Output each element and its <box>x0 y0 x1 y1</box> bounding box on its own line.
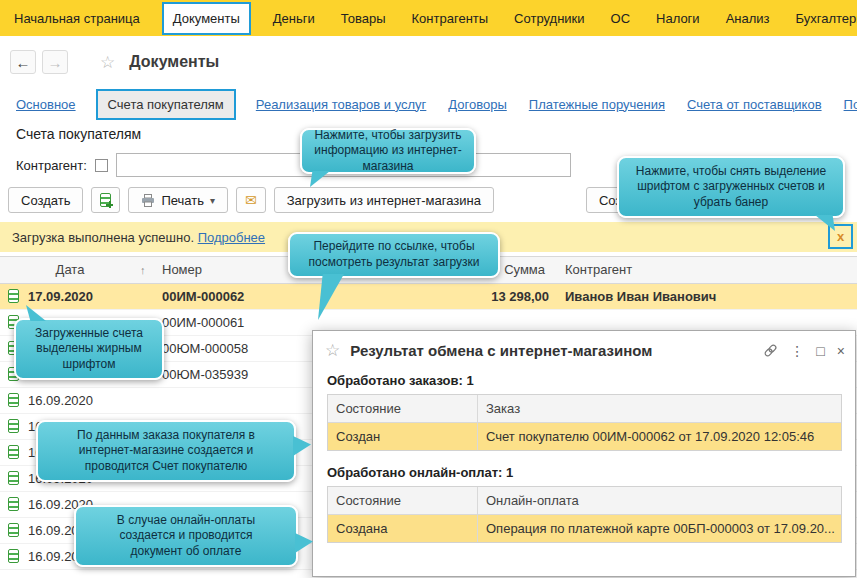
callout-text: Нажмите, чтобы снять выделение шрифтом с… <box>636 164 826 211</box>
callout-text: Перейдите по ссылке, чтобы посмотреть ре… <box>308 239 479 270</box>
chevron-down-icon: ▾ <box>210 195 215 206</box>
close-icon[interactable]: × <box>837 343 845 359</box>
details-link[interactable]: Подробнее <box>198 230 265 245</box>
menu-item-taxes[interactable]: Налоги <box>654 4 702 33</box>
document-icon <box>8 497 19 511</box>
column-header-number[interactable]: Номер <box>162 257 202 283</box>
document-icon <box>8 289 19 303</box>
orders-table-header: Состояние Заказ <box>328 395 841 423</box>
tabs-row: Основное Счета покупателям Реализация то… <box>0 88 857 120</box>
contractor-filter-checkbox[interactable] <box>95 159 108 172</box>
cell-contractor: Иванов Иван Иванович <box>565 284 849 309</box>
tab-customer-invoices[interactable]: Счета покупателям <box>98 91 234 118</box>
document-icon <box>8 445 19 459</box>
callout-details-link: Перейдите по ссылке, чтобы посмотреть ре… <box>288 232 500 278</box>
callout-bold-rows: Загруженные счета выделены жирным шрифто… <box>14 318 164 380</box>
callout-order-created: По данным заказа покупателя в интернет-м… <box>36 420 296 482</box>
menu-item-documents[interactable]: Документы <box>164 4 249 33</box>
dialog-title: Результат обмена с интернет-магазином <box>350 342 751 359</box>
maximize-icon[interactable]: □ <box>816 343 824 359</box>
payments-table: Состояние Онлайн-оплата Создана Операция… <box>327 486 842 543</box>
dialog-header: ☆ Результат обмена с интернет-магазином … <box>313 331 855 367</box>
tab-main[interactable]: Основное <box>16 97 76 112</box>
load-from-online-store-button[interactable]: Загрузить из интернет-магазина <box>274 187 494 213</box>
table-row[interactable]: 17.09.2020 00ИМ-000062 13 298,00 Иванов … <box>0 284 857 310</box>
document-icon <box>8 523 19 537</box>
payment-result-row[interactable]: Создана Операция по платежной карте 00БП… <box>328 515 841 542</box>
print-button[interactable]: Печать ▾ <box>128 187 228 213</box>
callout-load-from-store: Нажмите, чтобы загрузить информацию из и… <box>300 128 476 174</box>
create-button[interactable]: Создать <box>8 187 83 213</box>
column-header-payment: Онлайн-оплата <box>478 487 841 515</box>
order-result-row[interactable]: Создан Счет покупателю 00ИМ-000062 от 17… <box>328 423 841 450</box>
tab-post[interactable]: Пост <box>844 97 857 112</box>
exchange-result-dialog: ☆ Результат обмена с интернет-магазином … <box>312 330 856 577</box>
column-header-state: Состояние <box>328 395 478 423</box>
cell-state: Создана <box>328 515 478 542</box>
callout-clear-highlight: Нажмите, чтобы снять выделение шрифтом с… <box>617 156 845 218</box>
column-header-order: Заказ <box>478 395 841 423</box>
favorite-star-icon[interactable]: ☆ <box>100 52 115 73</box>
menu-item-contractors[interactable]: Контрагенты <box>410 4 491 33</box>
callout-payment-created: В случае онлайн-оплаты создается и прово… <box>74 505 298 567</box>
callout-text: Нажмите, чтобы загрузить информацию из и… <box>310 128 466 175</box>
printer-icon <box>141 194 155 207</box>
callout-text: Загруженные счета выделены жирным шрифто… <box>35 326 143 373</box>
column-header-state: Состояние <box>328 487 478 515</box>
forward-button[interactable]: → <box>42 50 68 74</box>
cell-date: 16.09.2020 <box>28 388 150 413</box>
menu-item-home[interactable]: Начальная страница <box>12 4 142 33</box>
callout-text: По данным заказа покупателя в интернет-м… <box>77 428 255 475</box>
navigation-bar: ← → ☆ Документы <box>0 36 857 88</box>
link-icon[interactable] <box>763 343 778 358</box>
document-icon <box>8 471 19 485</box>
menu-item-fixed-assets[interactable]: ОС <box>609 4 633 33</box>
payments-table-header: Состояние Онлайн-оплата <box>328 487 841 515</box>
column-header-date[interactable]: Дата <box>0 257 140 283</box>
callout-tail <box>310 171 330 187</box>
cell-date: 17.09.2020 <box>28 284 150 309</box>
favorite-star-icon[interactable]: ☆ <box>325 340 340 361</box>
payments-heading: Обработано онлайн-оплат: 1 <box>327 465 855 480</box>
page-title: Документы <box>129 53 219 71</box>
cell-state: Создан <box>328 423 478 450</box>
envelope-icon: ✉ <box>245 192 257 208</box>
tab-payment-orders[interactable]: Платежные поручения <box>529 97 665 112</box>
tab-supplier-invoices[interactable]: Счета от поставщиков <box>687 97 822 112</box>
tab-contracts[interactable]: Договоры <box>448 97 506 112</box>
menu-item-analysis[interactable]: Анализ <box>724 4 772 33</box>
menu-item-money[interactable]: Деньги <box>271 4 317 33</box>
cell-number: 00ИМ-000062 <box>162 284 420 309</box>
banner-text: Загрузка выполнена успешно. <box>12 230 194 245</box>
section-title: Счета покупателям <box>16 126 141 142</box>
document-icon <box>8 393 19 407</box>
menu-item-goods[interactable]: Товары <box>339 4 388 33</box>
sort-ascending-icon: ↑ <box>140 257 146 283</box>
cell-payment: Операция по платежной карте 00БП-000003 … <box>478 515 841 542</box>
app-window: Начальная страница Документы Деньги Това… <box>0 0 857 578</box>
orders-table: Состояние Заказ Создан Счет покупателю 0… <box>327 394 842 451</box>
cell-order: Счет покупателю 00ИМ-000062 от 17.09.202… <box>478 423 841 450</box>
top-menu: Начальная страница Документы Деньги Това… <box>0 0 857 36</box>
email-button[interactable]: ✉ <box>236 187 266 213</box>
menu-item-accounting[interactable]: Бухгалтерия <box>794 4 857 33</box>
new-document-icon <box>100 193 111 207</box>
orders-heading: Обработано заказов: 1 <box>327 373 855 388</box>
contractor-filter-label: Контрагент: <box>16 158 87 173</box>
document-icon <box>8 419 19 433</box>
tab-sales[interactable]: Реализация товаров и услуг <box>256 97 427 112</box>
cell-sum: 13 298,00 <box>427 284 549 309</box>
back-button[interactable]: ← <box>10 50 36 74</box>
document-icon <box>8 549 19 563</box>
menu-item-employees[interactable]: Сотрудники <box>512 4 586 33</box>
callout-text: В случае онлайн-оплаты создается и прово… <box>117 513 255 560</box>
more-icon[interactable]: ⋮ <box>790 343 804 359</box>
create-copy-button[interactable] <box>91 187 120 213</box>
column-header-contractor[interactable]: Контрагент <box>565 257 632 283</box>
